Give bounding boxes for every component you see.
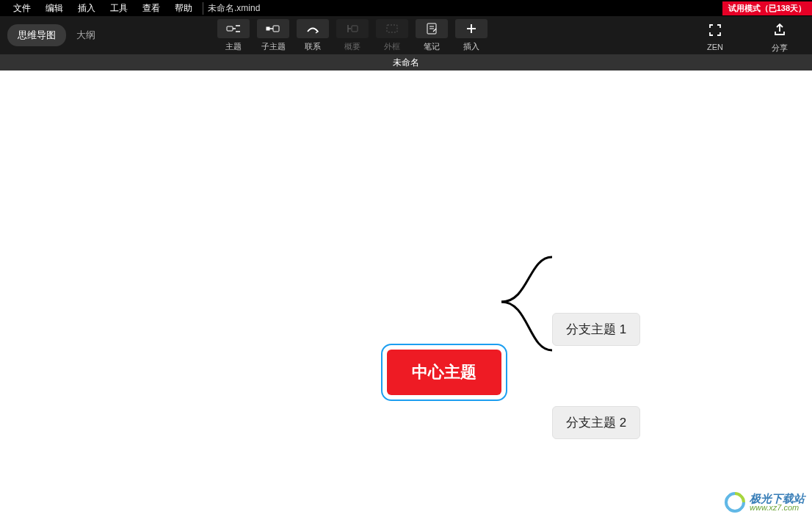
watermark-title: 极光下载站	[750, 493, 805, 504]
relation-icon	[305, 24, 320, 34]
svg-rect-0	[227, 26, 233, 31]
watermark-url: www.xz7.com	[750, 504, 805, 512]
tool-insert-label: 插入	[463, 41, 479, 52]
tool-summary: 概要	[335, 19, 370, 52]
topic-icon	[226, 24, 241, 34]
boundary-icon	[385, 24, 399, 34]
tool-zen-label: ZEN	[707, 43, 723, 51]
trial-mode-badge[interactable]: 试用模式（已138天）	[722, 1, 812, 15]
share-icon	[773, 24, 786, 37]
watermark: 极光下载站 www.xz7.com	[725, 492, 805, 513]
menu-bar: 文件 编辑 插入 工具 查看 帮助 未命名.xmind 试用模式（已138天）	[0, 0, 812, 16]
tool-topic[interactable]: 主题	[216, 19, 251, 52]
view-tab-outline[interactable]: 大纲	[66, 24, 106, 46]
svg-rect-3	[352, 26, 358, 32]
document-tab[interactable]: 未命名	[393, 57, 419, 69]
tool-note-label: 笔记	[424, 41, 440, 52]
document-tab-strip: 未命名	[0, 54, 812, 70]
summary-icon	[345, 24, 360, 34]
toolbar: 思维导图 大纲 主题 子主题 联系 概要 外框 笔记 插入	[0, 16, 812, 54]
tool-topic-label: 主题	[225, 41, 242, 52]
svg-rect-2	[273, 26, 279, 32]
menu-tools[interactable]: 工具	[103, 2, 135, 15]
zen-icon	[708, 24, 722, 37]
view-switcher: 思维导图 大纲	[7, 24, 106, 46]
view-tab-mindmap[interactable]: 思维导图	[7, 24, 66, 46]
subtopic-icon	[266, 24, 280, 34]
mindmap-links	[0, 70, 812, 517]
insert-icon	[465, 23, 477, 35]
note-icon	[426, 23, 438, 35]
menu-view[interactable]: 查看	[135, 2, 167, 15]
branch-topic-2[interactable]: 分支主题 2	[552, 406, 640, 439]
tool-group-main: 主题 子主题 联系 概要 外框 笔记 插入	[216, 19, 489, 52]
tool-relation[interactable]: 联系	[295, 19, 330, 52]
central-topic-node[interactable]: 中心主题	[387, 350, 501, 395]
tool-subtopic[interactable]: 子主题	[255, 19, 291, 52]
tool-relation-label: 联系	[305, 41, 321, 52]
branch-topic-1[interactable]: 分支主题 1	[552, 313, 640, 346]
menu-help[interactable]: 帮助	[167, 2, 200, 15]
tool-summary-label: 概要	[344, 41, 360, 52]
menu-insert[interactable]: 插入	[70, 2, 103, 15]
menu-edit[interactable]: 编辑	[38, 2, 70, 15]
tool-note[interactable]: 笔记	[414, 19, 449, 52]
tool-share-label: 分享	[772, 43, 788, 54]
tool-share[interactable]: 分享	[762, 21, 797, 54]
watermark-logo-icon	[720, 488, 750, 517]
tool-subtopic-label: 子主题	[261, 41, 286, 52]
tool-boundary: 外框	[374, 19, 410, 52]
mindmap-canvas[interactable]: 中心主题 分支主题 1 分支主题 2 极光下载站 www.xz7.com	[0, 70, 812, 517]
tool-boundary-label: 外框	[384, 41, 400, 52]
menu-file[interactable]: 文件	[6, 2, 38, 15]
svg-rect-4	[387, 25, 397, 32]
tool-group-right: ZEN 分享	[697, 16, 797, 54]
tool-zen[interactable]: ZEN	[697, 21, 733, 51]
svg-rect-1	[267, 27, 269, 30]
tool-insert[interactable]: 插入	[454, 19, 489, 52]
current-file-name: 未命名.xmind	[203, 2, 260, 15]
